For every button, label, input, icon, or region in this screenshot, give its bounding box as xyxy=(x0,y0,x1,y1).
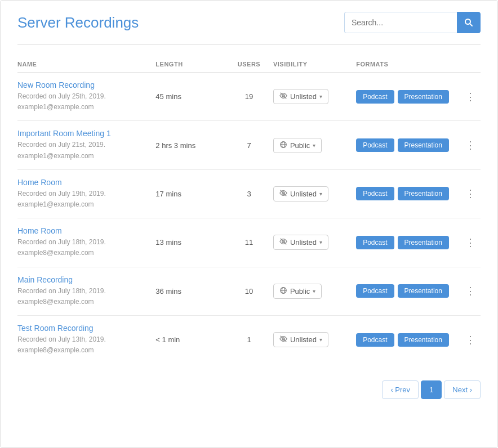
recording-visibility: Public ▾ xyxy=(273,284,356,299)
recording-name[interactable]: Test Room Recording xyxy=(17,324,155,333)
recording-name[interactable]: Home Room xyxy=(17,226,155,235)
recording-date: Recorded on July 18th, 2019. xyxy=(17,286,155,297)
visibility-dropdown[interactable]: Unlisted ▾ xyxy=(273,186,328,201)
recording-users: 11 xyxy=(225,238,273,247)
search-button[interactable] xyxy=(457,12,481,33)
recording-email: example1@example.com xyxy=(17,102,155,113)
recording-email: example8@example.com xyxy=(17,297,155,307)
visibility-dropdown[interactable]: Public ▾ xyxy=(273,138,322,153)
format-podcast-button[interactable]: Podcast xyxy=(356,333,394,347)
recording-visibility: Unlisted ▾ xyxy=(273,332,356,347)
search-input[interactable] xyxy=(344,12,457,33)
globe-icon xyxy=(279,286,287,296)
recording-info: Main Recording Recorded on July 18th, 20… xyxy=(17,275,155,307)
format-presentation-button[interactable]: Presentation xyxy=(398,284,449,298)
recording-date: Recorded on July 25th, 2019. xyxy=(17,91,155,102)
table-row: Main Recording Recorded on July 18th, 20… xyxy=(17,267,481,316)
visibility-dropdown[interactable]: Unlisted ▾ xyxy=(273,332,328,347)
recording-info: Test Room Recording Recorded on July 13t… xyxy=(17,324,155,356)
recording-name[interactable]: Important Room Meeting 1 xyxy=(17,129,155,138)
visibility-dropdown[interactable]: Unlisted ▾ xyxy=(273,89,328,104)
format-podcast-button[interactable]: Podcast xyxy=(356,90,394,104)
recording-users: 10 xyxy=(225,287,273,295)
recording-formats: PodcastPresentation xyxy=(356,90,460,104)
current-page-button[interactable]: 1 xyxy=(421,380,442,399)
page-header: Server Recordings xyxy=(17,12,481,45)
recording-length: 45 mins xyxy=(155,92,225,101)
visibility-label: Public xyxy=(290,141,310,150)
chevron-down-icon: ▾ xyxy=(313,142,315,149)
format-podcast-button[interactable]: Podcast xyxy=(356,236,394,249)
recording-email: example1@example.com xyxy=(17,151,155,162)
recording-users: 3 xyxy=(225,190,273,198)
recording-users: 1 xyxy=(225,335,273,344)
more-options-button[interactable]: ⋮ xyxy=(460,91,481,103)
chevron-down-icon: ▾ xyxy=(313,288,315,294)
more-options-button[interactable]: ⋮ xyxy=(460,236,481,249)
recording-email: example1@example.com xyxy=(17,199,155,210)
recording-name[interactable]: New Room Recording xyxy=(17,80,155,89)
recording-length: 13 mins xyxy=(155,238,225,247)
link-icon xyxy=(279,335,287,344)
recording-visibility: Public ▾ xyxy=(273,138,356,153)
format-presentation-button[interactable]: Presentation xyxy=(398,187,449,200)
recording-length: 2 hrs 3 mins xyxy=(155,141,225,150)
recording-date: Recorded on July 19th, 2019. xyxy=(17,189,155,199)
chevron-down-icon: ▾ xyxy=(319,191,322,197)
search-icon xyxy=(464,18,473,27)
col-header-actions xyxy=(460,61,481,68)
recordings-list: New Room Recording Recorded on July 25th… xyxy=(17,73,481,364)
recording-visibility: Unlisted ▾ xyxy=(273,186,356,201)
col-header-length: LENGTH xyxy=(155,61,225,68)
recording-name[interactable]: Home Room xyxy=(17,178,155,187)
table-row: Test Room Recording Recorded on July 13t… xyxy=(17,316,481,364)
more-options-button[interactable]: ⋮ xyxy=(460,285,481,297)
col-header-formats: FORMATS xyxy=(356,61,460,68)
visibility-label: Unlisted xyxy=(290,238,317,247)
more-options-button[interactable]: ⋮ xyxy=(460,187,481,200)
recording-visibility: Unlisted ▾ xyxy=(273,89,356,104)
col-header-name: NAME xyxy=(17,61,155,68)
table-row: Home Room Recorded on July 18th, 2019. e… xyxy=(17,218,481,267)
col-header-users: USERS xyxy=(225,61,273,68)
recording-info: Important Room Meeting 1 Recorded on Jul… xyxy=(17,129,155,161)
format-presentation-button[interactable]: Presentation xyxy=(398,90,449,104)
visibility-dropdown[interactable]: Public ▾ xyxy=(273,284,322,299)
format-podcast-button[interactable]: Podcast xyxy=(356,138,394,152)
recording-date: Recorded on July 18th, 2019. xyxy=(17,237,155,248)
search-container xyxy=(344,12,481,33)
format-podcast-button[interactable]: Podcast xyxy=(356,187,394,200)
format-presentation-button[interactable]: Presentation xyxy=(398,138,449,152)
recording-length: 17 mins xyxy=(155,190,225,198)
recording-users: 7 xyxy=(225,141,273,150)
recording-name[interactable]: Main Recording xyxy=(17,275,155,284)
recording-formats: PodcastPresentation xyxy=(356,138,460,152)
pagination: ‹ Prev 1 Next › xyxy=(17,380,481,399)
recording-length: < 1 min xyxy=(155,335,225,344)
table-row: Home Room Recorded on July 19th, 2019. e… xyxy=(17,170,481,218)
table-row: New Room Recording Recorded on July 25th… xyxy=(17,73,481,121)
page-container: Server Recordings NAME LENGTH USERS VISI… xyxy=(0,0,498,448)
visibility-dropdown[interactable]: Unlisted ▾ xyxy=(273,235,328,250)
recording-info: New Room Recording Recorded on July 25th… xyxy=(17,80,155,113)
recording-users: 19 xyxy=(225,92,273,101)
next-page-button[interactable]: Next › xyxy=(444,380,481,399)
svg-line-1 xyxy=(470,24,472,26)
link-icon xyxy=(279,92,287,101)
chevron-down-icon: ▾ xyxy=(319,337,322,343)
recording-info: Home Room Recorded on July 18th, 2019. e… xyxy=(17,226,155,258)
more-options-button[interactable]: ⋮ xyxy=(460,334,481,346)
recording-visibility: Unlisted ▾ xyxy=(273,235,356,250)
recording-formats: PodcastPresentation xyxy=(356,284,460,298)
prev-page-button[interactable]: ‹ Prev xyxy=(382,380,419,399)
table-header: NAME LENGTH USERS VISIBILITY FORMATS xyxy=(17,56,481,73)
globe-icon xyxy=(279,141,287,150)
format-presentation-button[interactable]: Presentation xyxy=(398,333,449,347)
recording-info: Home Room Recorded on July 19th, 2019. e… xyxy=(17,178,155,210)
more-options-button[interactable]: ⋮ xyxy=(460,139,481,151)
format-presentation-button[interactable]: Presentation xyxy=(398,236,449,249)
visibility-label: Unlisted xyxy=(290,190,317,198)
recording-formats: PodcastPresentation xyxy=(356,187,460,200)
format-podcast-button[interactable]: Podcast xyxy=(356,284,394,298)
recording-formats: PodcastPresentation xyxy=(356,333,460,347)
